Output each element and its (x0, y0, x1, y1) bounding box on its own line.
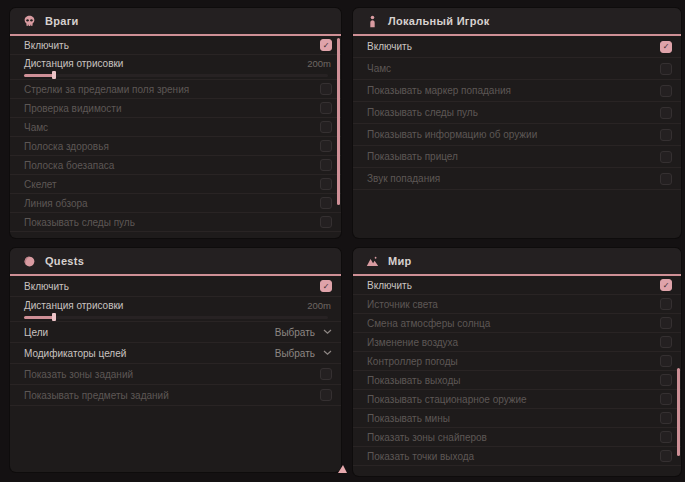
checkbox[interactable] (660, 450, 672, 462)
checkbox[interactable] (660, 173, 672, 185)
row-toggle-0[interactable]: Включить✓ (353, 276, 681, 295)
row-select-3[interactable]: Модификаторы целейВыбрать (10, 343, 341, 364)
row-toggle-4[interactable]: Показать зоны заданий (10, 364, 341, 385)
row-toggle-2[interactable]: Стрелки за пределами поля зрения (10, 80, 341, 99)
row-label: Показывать прицел (367, 151, 458, 162)
checkbox[interactable] (660, 355, 672, 367)
checkbox[interactable] (320, 197, 332, 209)
slider-fill (24, 74, 54, 77)
row-toggle-3[interactable]: Проверка видимости (10, 99, 341, 118)
checkbox[interactable] (660, 63, 672, 75)
row-label: Показать зоны заданий (24, 369, 133, 380)
checkbox[interactable] (660, 129, 672, 141)
row-slider-1[interactable]: Дистанция отрисовки200m (10, 55, 341, 80)
checkbox[interactable] (660, 412, 672, 424)
slider-value: 200m (307, 58, 331, 69)
row-toggle-1[interactable]: Чамс (353, 58, 681, 80)
chevron-down-icon (323, 350, 332, 356)
row-label: Показывать следы пуль (367, 107, 478, 118)
slider-handle[interactable] (52, 71, 56, 79)
checkbox[interactable] (660, 85, 672, 97)
row-toggle-5[interactable]: Полоска здоровья (10, 137, 341, 156)
row-toggle-5[interactable]: Показывать прицел (353, 146, 681, 168)
row-label: Показывать стационарное оружие (367, 394, 527, 405)
row-toggle-6[interactable]: Звук попадания (353, 168, 681, 190)
quests-icon (23, 255, 36, 268)
checkbox[interactable] (320, 159, 332, 171)
checkbox[interactable] (320, 83, 332, 95)
select-value: Выбрать (275, 348, 315, 359)
row-label: Показывать выходы (367, 375, 460, 386)
slider-handle[interactable] (52, 313, 56, 321)
row-toggle-8[interactable]: Линия обзора (10, 194, 341, 213)
checkbox-checked[interactable]: ✓ (660, 41, 672, 53)
checkbox[interactable] (660, 151, 672, 163)
row-toggle-2[interactable]: Смена атмосферы солнца (353, 314, 681, 333)
row-toggle-0[interactable]: Включить✓ (353, 36, 681, 58)
row-label: Показывать маркер попадания (367, 85, 511, 96)
scrollbar-thumb[interactable] (337, 38, 340, 205)
row-toggle-6[interactable]: Показывать стационарное оружие (353, 390, 681, 409)
row-toggle-2[interactable]: Показывать маркер попадания (353, 80, 681, 102)
checkbox[interactable] (320, 216, 332, 228)
panel-local-player: Локальный Игрок Включить✓ЧамсПоказывать … (353, 8, 681, 238)
checkbox[interactable] (320, 121, 332, 133)
row-toggle-1[interactable]: Источник света (353, 295, 681, 314)
row-toggle-6[interactable]: Полоска боезапаса (10, 156, 341, 175)
checkbox[interactable] (320, 389, 332, 401)
row-label: Звук попадания (367, 173, 440, 184)
slider[interactable] (24, 313, 328, 321)
row-label: Цели (24, 327, 48, 338)
checkbox[interactable] (320, 368, 332, 380)
checkbox[interactable] (660, 317, 672, 329)
slider-fill (24, 316, 54, 319)
row-select-2[interactable]: ЦелиВыбрать (10, 322, 341, 343)
row-toggle-4[interactable]: Показывать информацию об оружии (353, 124, 681, 146)
slider-value: 200m (307, 300, 331, 311)
row-label: Показывать предметы заданий (24, 390, 169, 401)
checkbox[interactable] (320, 140, 332, 152)
row-label: Полоска здоровья (24, 141, 109, 152)
select-dropdown[interactable]: Выбрать (275, 348, 332, 359)
row-toggle-7[interactable]: Скелет (10, 175, 341, 194)
row-toggle-4[interactable]: Чамс (10, 118, 341, 137)
row-slider-1[interactable]: Дистанция отрисовки200m (10, 297, 341, 322)
slider-track[interactable] (24, 74, 328, 77)
row-toggle-0[interactable]: Включить✓ (10, 36, 341, 55)
panel-title: Локальный Игрок (388, 15, 490, 27)
checkbox[interactable] (660, 107, 672, 119)
row-toggle-9[interactable]: Показать точки выхода (353, 447, 681, 466)
checkbox[interactable] (660, 393, 672, 405)
scrollbar-thumb[interactable] (677, 368, 680, 456)
row-label: Чамс (367, 63, 391, 74)
panel-quests-rows: Включить✓Дистанция отрисовки200mЦелиВыбр… (10, 276, 341, 406)
row-toggle-3[interactable]: Изменение воздуха (353, 333, 681, 352)
row-toggle-7[interactable]: Показывать мины (353, 409, 681, 428)
row-toggle-5[interactable]: Показывать предметы заданий (10, 385, 341, 406)
row-toggle-5[interactable]: Показывать выходы (353, 371, 681, 390)
checkbox-checked[interactable]: ✓ (320, 280, 332, 292)
panel-quests-header: Quests (10, 248, 341, 276)
row-toggle-0[interactable]: Включить✓ (10, 276, 341, 297)
row-label: Чамс (24, 122, 48, 133)
checkbox[interactable] (660, 374, 672, 386)
row-toggle-8[interactable]: Показать зоны снайперов (353, 428, 681, 447)
checkbox[interactable] (660, 336, 672, 348)
slider[interactable] (24, 71, 328, 79)
checkbox-checked[interactable]: ✓ (660, 279, 672, 291)
select-dropdown[interactable]: Выбрать (275, 327, 332, 338)
checkbox[interactable] (320, 178, 332, 190)
row-label: Показать зоны снайперов (367, 432, 487, 443)
row-label: Показывать следы пуль (24, 217, 135, 228)
slider-track[interactable] (24, 316, 328, 319)
row-toggle-3[interactable]: Показывать следы пуль (353, 102, 681, 124)
select-value: Выбрать (275, 327, 315, 338)
row-toggle-4[interactable]: Контроллер погоды (353, 352, 681, 371)
row-toggle-9[interactable]: Показывать следы пуль (10, 213, 341, 232)
checkbox[interactable] (660, 431, 672, 443)
checkbox[interactable] (660, 298, 672, 310)
panel-local-player-rows: Включить✓ЧамсПоказывать маркер попадания… (353, 36, 681, 190)
panel-quests: Quests Включить✓Дистанция отрисовки200mЦ… (10, 248, 341, 472)
checkbox-checked[interactable]: ✓ (320, 39, 332, 51)
checkbox[interactable] (320, 102, 332, 114)
